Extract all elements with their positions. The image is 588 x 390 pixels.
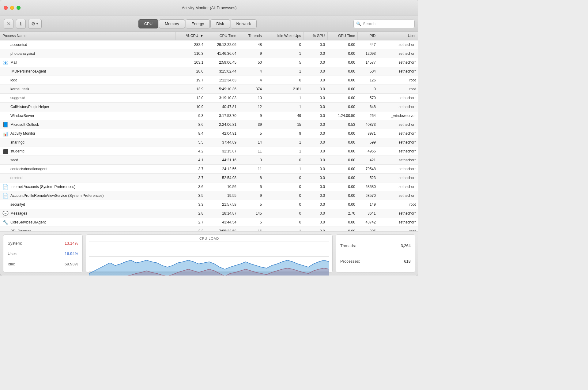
pid-cell: 570 (358, 94, 378, 103)
process-name: securityd (10, 202, 25, 207)
gpu-cell: 0.0 (304, 58, 327, 67)
minimize-button[interactable] (10, 6, 14, 10)
col-header-cpu[interactable]: % CPU ▼ (176, 32, 206, 40)
idle-wakeups-cell: 0 (264, 76, 304, 85)
gpu-time-cell: 0.00 (327, 191, 358, 200)
table-row[interactable]: 📄AccountProfileRemoteViewService (System… (0, 191, 418, 200)
threads-cell: 9 (239, 111, 264, 120)
process-name: kernel_task (10, 87, 29, 91)
tab-cpu[interactable]: CPU (138, 19, 158, 28)
idle-wakeups-cell: 0 (264, 182, 304, 191)
tab-memory[interactable]: Memory (159, 19, 185, 28)
gear-menu-button[interactable]: ⚙ ▼ (28, 19, 42, 29)
cpu-load-title: CPU LOAD (89, 237, 329, 240)
info-icon: ℹ (20, 21, 22, 27)
cpu-cell: 2.2 (176, 227, 206, 231)
table-row[interactable]: kernel_task 13.9 5:49:10.36 374 2181 0.0… (0, 85, 418, 94)
col-header-gpu[interactable]: % GPU (304, 32, 327, 40)
col-header-user[interactable]: User (378, 32, 418, 40)
cpu-cell: 3.3 (176, 200, 206, 209)
gpu-cell: 0.0 (304, 94, 327, 103)
process-icon: 💬 (2, 210, 9, 216)
stop-process-button[interactable]: ✕ (4, 19, 13, 29)
cpu-cell: 2.7 (176, 218, 206, 227)
search-icon: 🔍 (356, 21, 361, 26)
table-row[interactable]: 💬Messages 2.8 18:14.87 145 0 0.0 2.70 36… (0, 209, 418, 218)
system-label: System: (8, 241, 22, 246)
table-row[interactable]: 📊Activity Monitor 8.4 42:04.91 5 9 0.0 0… (0, 129, 418, 138)
table-row[interactable]: photoanalysisd 110.3 41:46:36.64 9 1 0.0… (0, 49, 418, 58)
gpu-cell: 0.0 (304, 76, 327, 85)
tab-disk[interactable]: Disk (210, 19, 230, 28)
user-cell: _windowserver (378, 111, 418, 120)
close-button[interactable] (4, 6, 8, 10)
idle-wakeups-cell: 0 (264, 174, 304, 182)
gpu-time-cell: 0.00 (327, 147, 358, 156)
col-header-name[interactable]: Process Name (0, 32, 176, 40)
toolbar: ✕ ℹ ⚙ ▼ CPU Memory Energy Disk Network 🔍… (0, 16, 418, 32)
table-row[interactable]: 📧Mail 103.1 2:59:06.45 50 5 0.0 0.00 145… (0, 58, 418, 67)
process-name: logd (10, 78, 17, 82)
table-row[interactable]: suggestd 12.0 3:19:10.83 10 1 0.0 0.00 5… (0, 94, 418, 103)
cpu-time-cell: 7:55:22.58 (206, 227, 239, 231)
search-box[interactable]: 🔍 Search (353, 20, 415, 28)
bottom-panel: System: 13.14% User: 16.94% Idle: 69.93%… (0, 231, 418, 276)
inspect-process-button[interactable]: ℹ (16, 19, 26, 29)
idle-wakeups-cell: 1 (264, 147, 304, 156)
process-name: AccountProfileRemoteViewService (System … (10, 193, 104, 198)
table-row[interactable]: IMDPersistenceAgent 28.0 3:15:02.44 4 1 … (0, 67, 418, 76)
tab-energy[interactable]: Energy (186, 19, 210, 28)
table-row[interactable]: contactsdonationagent 3.7 24:12.56 11 1 … (0, 165, 418, 174)
gpu-time-cell: 0.00 (327, 85, 358, 94)
table-row[interactable]: 📄Internet Accounts (System Preferences) … (0, 182, 418, 191)
col-header-cpu-time[interactable]: CPU Time (206, 32, 239, 40)
col-header-pid[interactable]: PID (358, 32, 378, 40)
table-row[interactable]: secd 4.1 44:21.16 3 0 0.0 0.00 421 seths… (0, 156, 418, 165)
pid-cell: 14577 (358, 58, 378, 67)
table-row[interactable]: BDLDaemon 2.2 7:55:22.58 16 1 0.0 0.00 3… (0, 227, 418, 231)
process-name-cell: 📘Microsoft Outlook (0, 120, 176, 129)
threads-cell: 14 (239, 138, 264, 147)
gpu-time-cell: 2.70 (327, 209, 358, 218)
user-cell: sethschorr (378, 120, 418, 129)
table-row[interactable]: securityd 3.3 21:57.58 5 0 0.0 0.00 149 … (0, 200, 418, 209)
tab-bar: CPU Memory Energy Disk Network (44, 19, 351, 28)
process-name-cell: securityd (0, 200, 176, 209)
table-row[interactable]: logd 19.7 1:12:34.63 4 0 0.0 0.00 126 ro… (0, 76, 418, 85)
gpu-cell: 0.0 (304, 129, 327, 138)
col-header-gpu-time[interactable]: GPU Time (327, 32, 358, 40)
user-cell: root (378, 76, 418, 85)
fullscreen-button[interactable] (17, 6, 21, 10)
process-name-cell: BDLDaemon (0, 227, 176, 231)
threads-cell: 4 (239, 76, 264, 85)
cpu-stats-box: System: 13.14% User: 16.94% Idle: 69.93% (3, 234, 83, 272)
tab-network[interactable]: Network (231, 19, 257, 28)
table-row[interactable]: deleted 3.7 52:54.98 8 0 0.0 0.00 523 se… (0, 174, 418, 182)
pid-cell: 68580 (358, 182, 378, 191)
idle-wakeups-cell: 15 (264, 120, 304, 129)
gpu-cell: 0.0 (304, 218, 327, 227)
gpu-time-cell: 0.00 (327, 174, 358, 182)
table-row[interactable]: 📘Microsoft Outlook 8.6 2:24:06.81 39 15 … (0, 120, 418, 129)
table-row[interactable]: sharingd 5.5 37:44.89 14 1 0.0 0.00 599 … (0, 138, 418, 147)
gpu-cell: 0.0 (304, 147, 327, 156)
user-cell: sethschorr (378, 103, 418, 111)
pid-cell: 599 (358, 138, 378, 147)
threads-cell: 48 (239, 40, 264, 49)
table-row[interactable]: accountsd 282.4 29:12:22.06 48 0 0.0 0.0… (0, 40, 418, 49)
table-row[interactable]: WindowServer 9.3 3:17:53.70 9 49 0.0 1:2… (0, 111, 418, 120)
cpu-load-chart-box: CPU LOAD (86, 234, 333, 272)
table-row[interactable]: CallHistoryPluginHelper 10.9 40:47.81 12… (0, 103, 418, 111)
pid-cell: 79548 (358, 165, 378, 174)
process-icon (2, 228, 9, 231)
user-cell: sethschorr (378, 191, 418, 200)
table-row[interactable]: 🔧CoreServicesUIAgent 2.7 43:44.54 5 0 0.… (0, 218, 418, 227)
gpu-time-cell: 0.00 (327, 129, 358, 138)
process-table-container[interactable]: Process Name % CPU ▼ CPU Time Threads Id… (0, 32, 418, 231)
col-header-idle-wakeups[interactable]: Idle Wake Ups (264, 32, 304, 40)
col-header-threads[interactable]: Threads (239, 32, 264, 40)
process-name-cell: sharingd (0, 138, 176, 147)
idle-wakeups-cell: 0 (264, 200, 304, 209)
idle-value: 69.93% (65, 262, 78, 266)
table-row[interactable]: ⬛studentd 4.2 32:15.87 11 1 0.0 0.00 495… (0, 147, 418, 156)
